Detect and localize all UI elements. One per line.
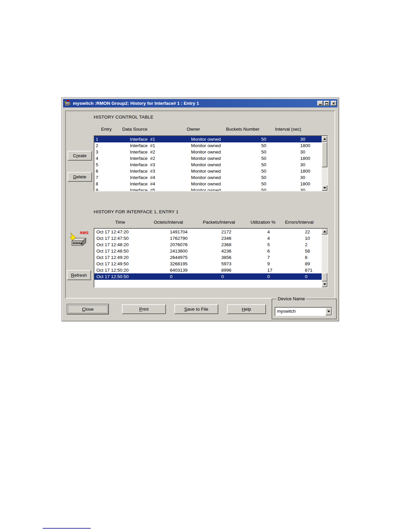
cell-interval: 30: [300, 187, 305, 191]
cell-errors: 2: [305, 241, 308, 248]
nms-label: NMS: [80, 231, 89, 235]
window-titlebar[interactable]: myswitch :RMON Group2: History for Inter…: [63, 99, 337, 107]
cell-octets: 1491704: [170, 229, 188, 235]
cell-octets: 6403139: [170, 267, 188, 273]
arrow-up-icon: [323, 138, 326, 140]
history-table-row[interactable]: Oct 17 12:47:50 1762790 2346 4 10: [94, 235, 322, 241]
cell-entry: 1: [96, 136, 98, 142]
cell-time: Oct 17 12:49:50: [96, 261, 129, 267]
window-title: myswitch :RMON Group2: History for Inter…: [73, 101, 315, 106]
history-table-row[interactable]: Oct 17 12:48:20 2076076 2368 5 2: [94, 241, 322, 248]
control-table-row[interactable]: 3 Interface #2 Monitor owned 50 30: [94, 149, 322, 155]
scrollbar-thumb[interactable]: [322, 273, 327, 281]
cell-octets: 1762790: [170, 235, 188, 241]
cell-interval: 1800: [300, 168, 310, 174]
cell-data-source: Interface #3: [130, 162, 155, 168]
history-table-row[interactable]: Oct 17 12:48:50 2413600 4236 6 58: [94, 248, 322, 254]
scroll-down-button[interactable]: [322, 185, 327, 191]
control-table-row[interactable]: 5 Interface #3 Monitor owned 50 30: [94, 162, 322, 168]
scroll-up-button[interactable]: [322, 136, 327, 142]
minimize-button[interactable]: [317, 101, 323, 106]
scroll-up-button[interactable]: [322, 229, 327, 234]
cell-data-source: Interface #4: [130, 174, 155, 181]
cell-interval: 1800: [300, 155, 310, 162]
control-table-row[interactable]: 1 Interface #1 Monitor owned 50 30: [94, 136, 322, 142]
cell-buckets: 50: [261, 187, 266, 191]
history-table-row[interactable]: Oct 17 12:50:20 6403139 8996 17 671: [94, 267, 322, 273]
cell-utilization: 0: [267, 273, 270, 280]
history-table-row[interactable]: Oct 17 12:47:20 1491704 2172 4 22: [94, 229, 322, 235]
cell-entry: 3: [96, 149, 98, 155]
maximize-button[interactable]: [324, 101, 329, 106]
control-table-row[interactable]: 2 Interface #1 Monitor owned 50 1800: [94, 142, 322, 149]
create-button[interactable]: Create: [67, 151, 92, 161]
column-header-owner: Owner: [187, 127, 200, 132]
print-button[interactable]: Print: [122, 304, 166, 314]
control-table-row[interactable]: 9 Interface #5 Monitor owned 50 30: [94, 187, 322, 191]
device-name-label: Device Name: [276, 296, 306, 301]
cell-packets: 2172: [221, 229, 231, 235]
cell-errors: 671: [305, 267, 313, 273]
cell-packets: 4236: [221, 248, 231, 254]
cell-utilization: 4: [267, 229, 270, 235]
control-table-row[interactable]: 6 Interface #3 Monitor owned 50 1800: [94, 168, 322, 174]
control-table-scrollbar[interactable]: [322, 136, 327, 191]
history-table-row[interactable]: Oct 17 12:49:20 2644975 3856 7 8: [94, 254, 322, 261]
control-table-row[interactable]: 4 Interface #2 Monitor owned 50 1800: [94, 155, 322, 162]
main-panel: HISTORY CONTROL TABLE Entry Data Source …: [65, 110, 335, 299]
cell-entry: 7: [96, 174, 98, 181]
cell-data-source: Interface #1: [130, 136, 155, 142]
cell-errors: 22: [305, 229, 310, 235]
cell-buckets: 50: [261, 149, 266, 155]
history-section-title: HISTORY FOR INTERFACE 1, ENTRY 1: [94, 209, 179, 214]
control-table-row[interactable]: 7 Interface #4 Monitor owned 50 30: [94, 174, 322, 181]
close-button[interactable]: Close: [67, 304, 109, 314]
control-table-row[interactable]: 8 Interface #4 Monitor owned 50 1800: [94, 181, 322, 187]
cell-time: Oct 17 12:47:20: [96, 229, 129, 235]
history-table-rows: Oct 17 12:47:20 1491704 2172 4 22 Oct 17…: [94, 229, 322, 287]
scrollbar-thumb[interactable]: [322, 142, 327, 167]
help-button[interactable]: Help: [227, 304, 266, 314]
column-header-utilization: Utilization %: [250, 220, 275, 225]
cell-octets: 2076076: [170, 241, 188, 248]
save-to-file-button[interactable]: Save to File: [174, 304, 218, 314]
cell-packets: 0: [221, 273, 224, 280]
column-header-entry: Entry: [101, 127, 112, 132]
cell-interval: 30: [300, 136, 305, 142]
scroll-down-button[interactable]: [322, 281, 327, 287]
cell-utilization: 9: [267, 261, 270, 267]
column-header-octets: Octets/Interval: [154, 220, 183, 225]
cell-data-source: Interface #4: [130, 181, 155, 187]
control-table-headers: Entry Data Source Owner Buckets Number I…: [94, 127, 329, 132]
control-table-rows: 1 Interface #1 Monitor owned 50 30 2 Int…: [94, 136, 322, 191]
cell-packets: 2368: [221, 241, 231, 248]
cell-owner: Monitor owned: [191, 136, 221, 142]
cell-buckets: 50: [261, 142, 266, 149]
combobox-dropdown-button[interactable]: [325, 308, 332, 315]
app-icon[interactable]: [64, 100, 72, 106]
cell-errors: 89: [305, 261, 310, 267]
cell-time: Oct 17 12:48:50: [96, 248, 129, 254]
cell-owner: Monitor owned: [191, 181, 221, 187]
cell-errors: 58: [305, 248, 310, 254]
history-table-scrollbar[interactable]: [322, 229, 327, 287]
cell-errors: 10: [305, 235, 310, 241]
interface-history-listbox[interactable]: Oct 17 12:47:20 1491704 2172 4 22 Oct 17…: [94, 228, 328, 288]
cell-owner: Monitor owned: [191, 142, 221, 149]
cell-buckets: 50: [261, 136, 266, 142]
minimize-icon: [319, 104, 322, 105]
rmon-history-window: myswitch :RMON Group2: History for Inter…: [61, 97, 339, 321]
column-header-source: Data Source: [122, 127, 147, 132]
document-page: myswitch :RMON Group2: History for Inter…: [0, 0, 411, 532]
cell-owner: Monitor owned: [191, 174, 221, 181]
history-table-row[interactable]: Oct 17 12:50:50 0 0 0 0: [94, 273, 322, 280]
history-control-listbox[interactable]: 1 Interface #1 Monitor owned 50 30 2 Int…: [94, 135, 328, 191]
device-name-combobox[interactable]: myswitch: [275, 307, 332, 316]
cell-owner: Monitor owned: [191, 149, 221, 155]
refresh-button[interactable]: Refresh: [67, 270, 91, 280]
cell-entry: 4: [96, 155, 98, 162]
delete-button[interactable]: Delete: [67, 172, 92, 182]
history-table-row[interactable]: Oct 17 12:49:50 3268195 5973 9 89: [94, 261, 322, 267]
cell-entry: 5: [96, 162, 98, 168]
close-window-button[interactable]: ×: [331, 101, 336, 106]
